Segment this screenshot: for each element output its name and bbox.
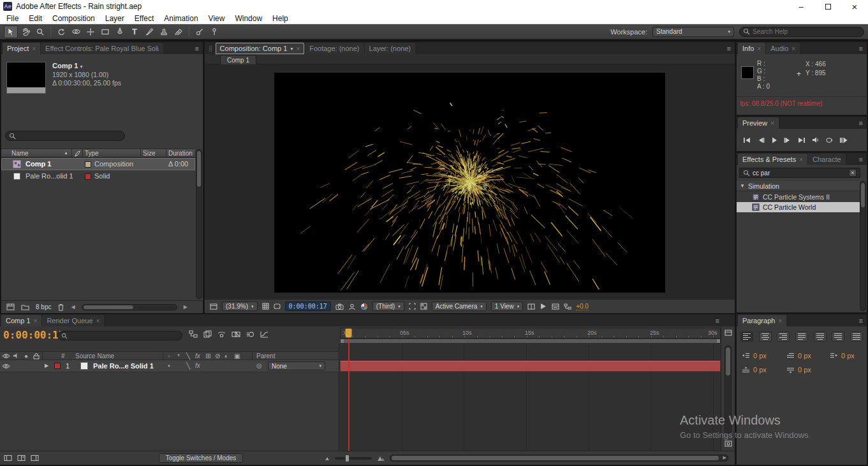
- rotation-tool[interactable]: [54, 25, 68, 38]
- puppet-pin-tool[interactable]: [207, 25, 221, 38]
- tab-paragraph[interactable]: Paragraph×: [738, 315, 786, 326]
- eraser-tool[interactable]: [172, 25, 186, 38]
- layer-name[interactable]: Pale Ro...e Solid 1: [93, 362, 154, 370]
- clone-stamp-tool[interactable]: [157, 25, 171, 38]
- audio-button[interactable]: [812, 136, 819, 143]
- hscroll-right-icon[interactable]: ▶: [723, 455, 726, 460]
- scrollbar-thumb[interactable]: [861, 183, 865, 207]
- expand-transfer-controls-icon[interactable]: [17, 455, 26, 462]
- maximize-button[interactable]: [814, 0, 841, 13]
- motion-blur-switch-icon[interactable]: ⊘: [215, 353, 220, 360]
- effects-search[interactable]: ×: [739, 168, 860, 178]
- effects-vscrollbar[interactable]: [860, 181, 866, 311]
- flowchart-icon[interactable]: [564, 303, 571, 310]
- loop-button[interactable]: [825, 137, 833, 143]
- timeline-button-icon[interactable]: [552, 303, 559, 310]
- menu-edit[interactable]: Edit: [24, 13, 47, 24]
- close-icon[interactable]: ×: [32, 45, 36, 52]
- panel-menu-icon[interactable]: ≡: [191, 45, 203, 52]
- panel-menu-icon[interactable]: ≡: [855, 45, 867, 52]
- tab-info[interactable]: Info×: [738, 43, 765, 54]
- effect-item-particle-systems[interactable]: CC Particle Systems II: [737, 192, 860, 202]
- tab-composition[interactable]: Composition: Comp 1 ▾ ×: [216, 43, 305, 54]
- chevron-down-icon[interactable]: ▾: [290, 46, 293, 52]
- scrollbar-thumb[interactable]: [197, 151, 201, 187]
- previous-frame-button[interactable]: [757, 137, 765, 143]
- toggle-switches-modes-button[interactable]: Toggle Switches / Modes: [159, 453, 243, 463]
- panel-menu-icon[interactable]: ≡: [855, 156, 867, 163]
- roto-brush-tool[interactable]: [193, 25, 207, 38]
- tab-preview[interactable]: Preview×: [738, 117, 779, 129]
- menu-animation[interactable]: Animation: [159, 13, 203, 24]
- current-time-indicator-line[interactable]: [348, 339, 349, 451]
- menu-layer[interactable]: Layer: [100, 13, 129, 24]
- menu-composition[interactable]: Composition: [47, 13, 100, 24]
- collapse-switch-icon[interactable]: *: [177, 353, 180, 360]
- composition-viewport[interactable]: [205, 64, 735, 299]
- justify-all-button[interactable]: [850, 331, 863, 342]
- scrollbar-thumb[interactable]: [84, 305, 133, 309]
- justify-last-center-button[interactable]: [814, 331, 827, 342]
- parent-pick-whip-icon[interactable]: ◎: [256, 362, 262, 369]
- project-search[interactable]: [5, 131, 125, 141]
- close-icon[interactable]: ×: [791, 45, 795, 52]
- timeline-search-input[interactable]: [70, 332, 179, 339]
- zoom-slider-thumb[interactable]: [345, 455, 349, 462]
- rectangle-tool[interactable]: [98, 25, 112, 38]
- viewer-subtab-comp1[interactable]: Comp 1: [220, 55, 256, 64]
- expand-av-features-icon[interactable]: [4, 455, 12, 462]
- workspace-dropdown[interactable]: Standard▾: [652, 27, 734, 37]
- justify-last-right-button[interactable]: [832, 331, 844, 342]
- menu-view[interactable]: View: [203, 13, 230, 24]
- close-icon[interactable]: ×: [770, 120, 774, 127]
- quality-switch-icon[interactable]: ╲: [186, 353, 190, 360]
- eye-column-icon[interactable]: [2, 353, 10, 359]
- selection-tool[interactable]: [4, 25, 18, 38]
- show-snapshot-icon[interactable]: [348, 303, 356, 310]
- fast-previews-icon[interactable]: [540, 303, 547, 310]
- tab-timeline-comp1[interactable]: Comp 1×: [1, 315, 41, 326]
- motion-blur-icon[interactable]: [246, 331, 254, 338]
- help-search-input[interactable]: [753, 28, 860, 35]
- hand-tool[interactable]: [18, 25, 33, 38]
- resolution-dropdown[interactable]: (Third)▾: [372, 302, 404, 311]
- comp-button-icon[interactable]: [725, 441, 732, 447]
- pen-tool[interactable]: [113, 25, 127, 38]
- scrollbar-thumb[interactable]: [726, 347, 730, 375]
- camera-view-dropdown[interactable]: Active Camera▾: [432, 302, 487, 311]
- tab-character[interactable]: Characte: [808, 154, 846, 165]
- layer-expander-icon[interactable]: ▶: [45, 363, 48, 368]
- tab-effect-controls[interactable]: Effect Controls: Pale Royal Blue Soli: [41, 43, 163, 54]
- project-search-input[interactable]: [18, 133, 121, 140]
- project-row-solid[interactable]: Pale Ro...olid 1 Solid: [1, 170, 195, 182]
- work-area-start-handle[interactable]: [341, 339, 344, 343]
- project-comp-name[interactable]: Comp 1: [52, 62, 78, 69]
- pixel-aspect-icon[interactable]: [527, 303, 535, 310]
- first-frame-button[interactable]: [743, 137, 751, 143]
- play-button[interactable]: [771, 137, 777, 143]
- next-frame-button[interactable]: [784, 137, 791, 143]
- comp-flowchart-icon[interactable]: [189, 330, 198, 338]
- last-frame-button[interactable]: [798, 137, 805, 143]
- viewer-timecode[interactable]: 0:00:00:17: [285, 302, 331, 311]
- bpc-indicator[interactable]: 8 bpc: [36, 303, 51, 310]
- interpret-footage-icon[interactable]: [6, 303, 15, 310]
- close-icon[interactable]: ×: [778, 317, 782, 324]
- timeline-vscrollbar[interactable]: [725, 346, 732, 434]
- project-table-header[interactable]: Name ▲ Type Size Duration: [1, 149, 195, 157]
- align-center-button[interactable]: [759, 331, 772, 342]
- region-of-interest-icon[interactable]: [409, 303, 416, 310]
- panel-menu-icon[interactable]: ≡: [855, 119, 867, 127]
- brush-tool[interactable]: [142, 25, 156, 38]
- audio-column-icon[interactable]: [13, 353, 19, 359]
- effects-search-input[interactable]: [753, 170, 846, 177]
- space-before-value[interactable]: 0 px: [753, 366, 767, 374]
- timeline-current-time[interactable]: 0:00:00:17: [3, 329, 64, 341]
- clear-search-icon[interactable]: ×: [849, 169, 857, 177]
- exposure-value[interactable]: +0.0: [576, 303, 589, 310]
- tab-layer[interactable]: Layer: (none): [365, 43, 415, 54]
- scrollbar-thumb[interactable]: [392, 456, 719, 460]
- threed-switch-icon[interactable]: ▣: [234, 353, 240, 360]
- camera-tool[interactable]: [69, 25, 83, 38]
- layer-shy-switch[interactable]: ▪: [168, 362, 170, 369]
